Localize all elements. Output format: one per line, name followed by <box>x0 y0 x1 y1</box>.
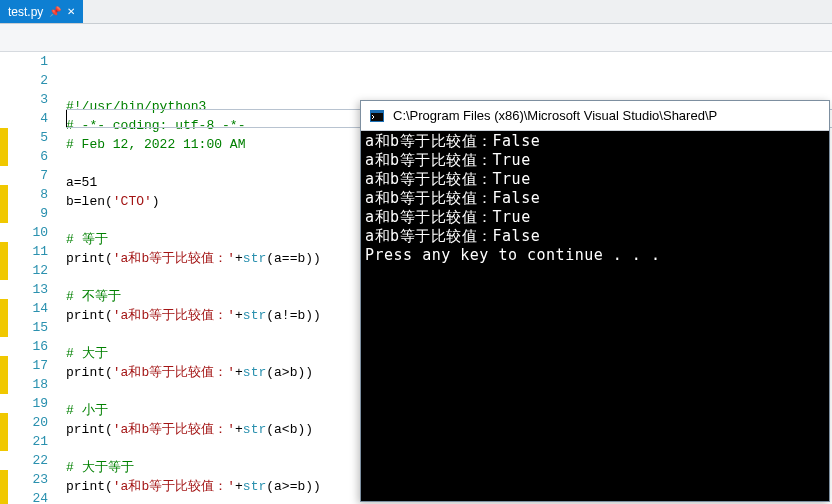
code-token: 'a和b等于比较值：' <box>113 251 235 266</box>
modification-marker <box>0 71 8 90</box>
code-token: (a==b)) <box>266 251 321 266</box>
line-number: 23 <box>8 470 48 489</box>
modification-marker <box>0 356 8 375</box>
line-number: 1 <box>8 52 48 71</box>
tab-filename: test.py <box>8 5 43 19</box>
modification-marker <box>0 318 8 337</box>
code-token: print( <box>66 251 113 266</box>
code-token: print( <box>66 479 113 494</box>
line-number: 19 <box>8 394 48 413</box>
code-token: print( <box>66 422 113 437</box>
code-token: 'a和b等于比较值：' <box>113 479 235 494</box>
toolbar-strip <box>0 24 832 52</box>
code-token: # Feb 12, 2022 11:00 AM <box>66 137 245 152</box>
code-token: + <box>235 479 243 494</box>
code-token: str <box>243 251 266 266</box>
code-token: #!/usr/bin/python3 <box>66 99 206 114</box>
modification-marker <box>0 489 8 504</box>
code-token: + <box>235 422 243 437</box>
line-number: 7 <box>8 166 48 185</box>
line-number: 22 <box>8 451 48 470</box>
line-number: 4 <box>8 109 48 128</box>
line-number: 21 <box>8 432 48 451</box>
code-token: (a!=b)) <box>266 308 321 323</box>
svg-rect-1 <box>371 113 383 121</box>
modification-marker <box>0 242 8 261</box>
tab-bar: test.py 📌 ✕ <box>0 0 832 24</box>
line-number: 9 <box>8 204 48 223</box>
modification-marker <box>0 451 8 470</box>
line-number: 24 <box>8 489 48 504</box>
code-token: 'a和b等于比较值：' <box>113 308 235 323</box>
line-number: 18 <box>8 375 48 394</box>
code-token: (a>=b)) <box>266 479 321 494</box>
code-token: print( <box>66 308 113 323</box>
code-token: ) <box>152 194 160 209</box>
console-window[interactable]: C:\Program Files (x86)\Microsoft Visual … <box>360 100 830 502</box>
code-token: # 大于 <box>66 346 108 361</box>
modification-marker <box>0 185 8 204</box>
code-token: # -*- coding: utf-8 -*- <box>66 118 245 133</box>
file-tab[interactable]: test.py 📌 ✕ <box>0 0 83 23</box>
code-token: + <box>235 251 243 266</box>
code-token: # 不等于 <box>66 289 121 304</box>
modification-column <box>0 52 8 504</box>
pin-icon[interactable]: 📌 <box>49 7 61 17</box>
modification-marker <box>0 90 8 109</box>
line-number-gutter: 123456789101112131415161718192021222324 <box>8 52 66 504</box>
line-number: 17 <box>8 356 48 375</box>
modification-marker <box>0 128 8 147</box>
line-number: 11 <box>8 242 48 261</box>
code-token: b=len( <box>66 194 113 209</box>
line-number: 13 <box>8 280 48 299</box>
line-number: 12 <box>8 261 48 280</box>
line-number: 20 <box>8 413 48 432</box>
line-number: 2 <box>8 71 48 90</box>
code-token: (a>b)) <box>266 365 313 380</box>
console-output[interactable]: a和b等于比较值：False a和b等于比较值：True a和b等于比较值：Tr… <box>361 131 829 501</box>
code-token: + <box>235 308 243 323</box>
code-token: str <box>243 308 266 323</box>
modification-marker <box>0 413 8 432</box>
console-titlebar[interactable]: C:\Program Files (x86)\Microsoft Visual … <box>361 101 829 131</box>
modification-marker <box>0 470 8 489</box>
modification-marker <box>0 223 8 242</box>
modification-marker <box>0 280 8 299</box>
code-token: print( <box>66 365 113 380</box>
modification-marker <box>0 394 8 413</box>
code-token: 'CTO' <box>113 194 152 209</box>
code-token: 'a和b等于比较值：' <box>113 422 235 437</box>
code-token: str <box>243 422 266 437</box>
code-token: str <box>243 479 266 494</box>
modification-marker <box>0 166 8 185</box>
code-token: (a<b)) <box>266 422 313 437</box>
code-token: str <box>243 365 266 380</box>
code-token: + <box>235 365 243 380</box>
code-token: a=51 <box>66 175 97 190</box>
line-number: 15 <box>8 318 48 337</box>
console-title-text: C:\Program Files (x86)\Microsoft Visual … <box>393 108 717 123</box>
modification-marker <box>0 299 8 318</box>
line-number: 3 <box>8 90 48 109</box>
modification-marker <box>0 432 8 451</box>
code-token: 'a和b等于比较值：' <box>113 365 235 380</box>
line-number: 6 <box>8 147 48 166</box>
close-icon[interactable]: ✕ <box>67 7 75 17</box>
modification-marker <box>0 337 8 356</box>
line-number: 14 <box>8 299 48 318</box>
code-token: # 大于等于 <box>66 460 134 475</box>
modification-marker <box>0 147 8 166</box>
modification-marker <box>0 375 8 394</box>
modification-marker <box>0 109 8 128</box>
modification-marker <box>0 204 8 223</box>
line-number: 16 <box>8 337 48 356</box>
text-caret <box>66 110 67 127</box>
line-number: 8 <box>8 185 48 204</box>
line-number: 10 <box>8 223 48 242</box>
code-token: # 小于 <box>66 403 108 418</box>
modification-marker <box>0 52 8 71</box>
code-token: # 等于 <box>66 232 108 247</box>
line-number: 5 <box>8 128 48 147</box>
modification-marker <box>0 261 8 280</box>
console-app-icon <box>369 108 385 124</box>
